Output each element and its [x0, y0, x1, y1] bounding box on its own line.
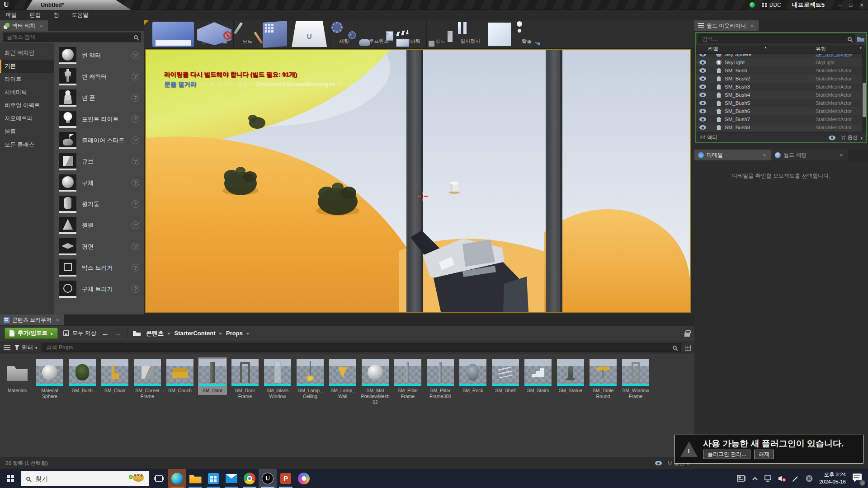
help-icon[interactable]: ? — [132, 73, 139, 80]
actor-item[interactable]: 빈 캐릭터 ? — [54, 66, 144, 87]
actor-category[interactable]: 라이트 — [0, 73, 54, 86]
column-header-label[interactable]: 라벨 — [696, 46, 816, 52]
outliner-view-options[interactable]: 뷰 옵션 — [827, 134, 863, 141]
asset-tile[interactable]: SM_Lamp_ Ceiling — [296, 357, 325, 401]
visibility-eye-icon[interactable] — [699, 60, 706, 65]
actor-category[interactable]: 모든 클래스 — [0, 138, 54, 151]
asset-tile[interactable]: SM_Shelf — [491, 357, 520, 395]
visibility-eye-icon[interactable] — [699, 84, 706, 89]
save-all-button[interactable]: 모두 저장 — [63, 329, 96, 337]
actor-item[interactable]: 포인트 라이트 ? — [54, 108, 144, 130]
task-view-button[interactable] — [149, 469, 168, 488]
new-folder-icon[interactable] — [857, 36, 864, 42]
visibility-eye-icon[interactable] — [699, 101, 706, 105]
world-settings-tab[interactable]: 월드 세팅 — [771, 150, 848, 160]
content-browser-tab[interactable]: 콘텐츠 브라우저 — [0, 314, 64, 325]
status-circle-icon[interactable] — [805, 474, 813, 483]
place-actors-tab[interactable]: 액터 배치 — [0, 20, 48, 31]
asset-tile[interactable]: SM_Corner Frame — [133, 357, 162, 401]
asset-tile[interactable]: SM_Stairs — [524, 357, 552, 395]
taskbar-app[interactable] — [277, 469, 295, 488]
taskbar-app[interactable] — [259, 469, 277, 488]
toolbar-button[interactable]: 콘텐츠 — [261, 20, 288, 48]
asset-tile[interactable]: SM_Mat PreviewMesh 02 — [361, 357, 390, 407]
tray-expand-chevron-icon[interactable] — [752, 476, 758, 481]
taskbar-app[interactable] — [168, 469, 186, 488]
asset-tile[interactable]: SM_Rock — [458, 357, 487, 395]
action-center-button[interactable]: 3 — [852, 473, 863, 484]
game-viewport[interactable]: 라이팅을 다시 빌드해야 합니다 (빌드 필요: 91개) 문을 열거라시지를 … — [145, 49, 691, 313]
outliner-row[interactable]: SM_Bush3 StaticMeshActor — [696, 83, 866, 91]
actor-item[interactable]: 구체 트리거 ? — [54, 278, 144, 300]
toolbar-button[interactable]: 현재 레벨 저장 — [151, 20, 195, 48]
help-icon[interactable]: ? — [132, 243, 139, 250]
network-icon[interactable] — [764, 475, 772, 482]
visibility-eye-icon[interactable] — [699, 93, 706, 97]
maximize-button[interactable]: □ — [846, 0, 855, 9]
menu-item[interactable]: 도움말 — [72, 11, 89, 19]
visibility-eye-icon[interactable] — [699, 68, 706, 73]
toolbar-button[interactable]: 모드 — [234, 20, 261, 48]
actor-category[interactable]: 시네마틱 — [0, 86, 54, 99]
help-icon[interactable]: ? — [132, 115, 139, 123]
toolbar-button[interactable]: 중지 — [486, 20, 513, 48]
asset-tile[interactable]: SM_Pillar Frame — [393, 357, 422, 401]
toolbar-button[interactable]: 마켓플레이스 — [288, 20, 330, 48]
sources-panel-toggle-icon[interactable] — [4, 345, 10, 351]
lock-icon[interactable] — [684, 333, 690, 337]
outliner-row[interactable]: SM_Bush8 StaticMeshActor — [696, 123, 866, 131]
outliner-row[interactable]: SM_Bush6 StaticMeshActor — [696, 107, 866, 115]
actor-category[interactable]: 볼륨 — [0, 125, 54, 138]
asset-tile[interactable]: Material Sphere — [35, 357, 64, 401]
actor-item[interactable]: 구체 ? — [54, 172, 144, 193]
actor-type[interactable]: StaticMeshActor — [816, 117, 864, 122]
asset-tile[interactable]: SM_Statue — [556, 357, 585, 395]
close-icon[interactable] — [54, 318, 61, 323]
taskbar-search-input[interactable] — [34, 474, 129, 483]
toolbar-button[interactable]: 일시정지 — [454, 20, 486, 48]
help-icon[interactable]: ? — [132, 94, 139, 102]
taskbar-app[interactable] — [204, 469, 222, 488]
actor-item[interactable]: 빈 폰 ? — [54, 87, 144, 108]
actor-item[interactable]: 플레이어 스타트 ? — [54, 130, 144, 151]
class-search-input[interactable] — [6, 33, 134, 41]
minimize-button[interactable]: ─ — [835, 0, 844, 9]
outliner-row[interactable]: SkyLight SkyLight — [696, 58, 866, 66]
asset-tile[interactable]: SM_Door Frame — [231, 357, 259, 401]
asset-search-input[interactable] — [46, 344, 673, 351]
actor-type[interactable]: StaticMeshActor — [816, 68, 864, 73]
asset-tile[interactable]: Materials — [3, 357, 32, 395]
world-outliner-tab[interactable]: 월드 아웃라이너 — [694, 20, 759, 31]
toolbar-button[interactable]: 세팅 — [330, 20, 358, 48]
asset-tile[interactable]: SM_Pillar Frame300 — [426, 357, 455, 401]
asset-tile[interactable]: SM_Table Round — [589, 357, 618, 401]
outliner-row[interactable]: SM_Bush5 StaticMeshActor — [696, 99, 866, 107]
volume-muted-icon[interactable] — [778, 475, 786, 482]
breadcrumb-item[interactable]: Props — [226, 330, 253, 337]
visibility-eye-icon[interactable] — [699, 109, 706, 113]
level-tab[interactable]: Untitled* — [26, 0, 131, 10]
actor-item[interactable]: 박스 트리거 ? — [54, 257, 144, 278]
actor-category[interactable]: 기본 — [0, 60, 54, 73]
toolbar-button[interactable]: 블루프린트 — [358, 20, 395, 48]
filter-button[interactable]: 필터 — [14, 344, 38, 352]
actor-type[interactable]: StaticMeshActor — [816, 100, 864, 106]
menu-item[interactable]: 파일 — [5, 11, 17, 19]
close-icon[interactable] — [749, 23, 755, 28]
start-button[interactable] — [0, 469, 21, 488]
taskbar-search[interactable] — [21, 471, 149, 486]
dismiss-button[interactable]: 해제 — [754, 450, 774, 459]
asset-tile[interactable]: SM_Chair — [100, 357, 129, 395]
actor-type[interactable]: SkyLight — [816, 60, 864, 65]
column-header-type[interactable]: 유형 — [816, 46, 866, 52]
ddc-indicator[interactable]: DDC — [762, 2, 781, 8]
asset-tile[interactable]: SM_Window Frame — [621, 357, 650, 401]
close-icon[interactable] — [761, 153, 768, 158]
actor-item[interactable]: 원뿔 ? — [54, 215, 144, 236]
visibility-eye-icon[interactable] — [699, 117, 706, 122]
close-button[interactable]: ✕ — [857, 0, 866, 9]
taskbar-app[interactable] — [222, 469, 241, 488]
actor-type[interactable]: BP_Sky_Sphere — [816, 54, 864, 57]
outliner-search-input[interactable] — [701, 35, 848, 42]
close-icon[interactable] — [838, 153, 844, 158]
